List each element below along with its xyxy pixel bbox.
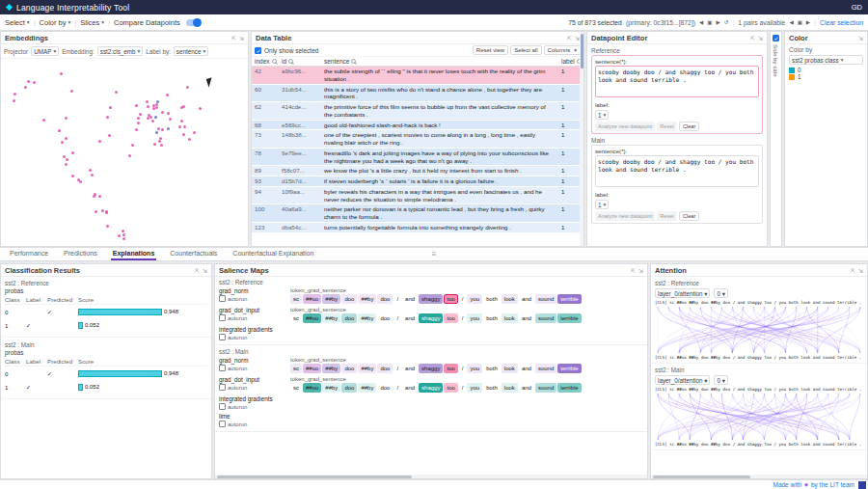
token-chip[interactable]: /: [459, 294, 467, 304]
embedding-point[interactable]: [178, 125, 181, 128]
embedding-point[interactable]: [106, 116, 109, 119]
select-menu[interactable]: Select▾: [5, 18, 30, 27]
vertical-scrollbar[interactable]: [580, 32, 583, 246]
select-all-button[interactable]: Select all: [510, 45, 541, 55]
popout-icon[interactable]: ⇲: [638, 267, 643, 274]
autorun-checkbox[interactable]: [219, 314, 226, 321]
scrollbar-thumb[interactable]: [217, 475, 412, 478]
token-chip[interactable]: ##oo: [303, 383, 321, 393]
popout-icon[interactable]: ⇲: [239, 35, 244, 41]
token-chip[interactable]: doo: [341, 383, 357, 393]
embedding-point[interactable]: [169, 118, 172, 121]
token-chip[interactable]: doo: [341, 313, 357, 323]
embedding-point[interactable]: [167, 112, 170, 115]
embedding-point[interactable]: [79, 180, 82, 183]
embedding-point[interactable]: [180, 106, 183, 109]
embedding-point[interactable]: [27, 80, 30, 83]
embedding-point[interactable]: [58, 129, 61, 132]
token-chip[interactable]: ##by: [322, 383, 340, 393]
table-row[interactable]: 89f58c07...we know the plot 's a little …: [252, 166, 583, 177]
layer-select[interactable]: layer_0/attention ▾: [655, 288, 710, 298]
table-row[interactable]: 93d15b7d...if steven soderbergh 's ` sol…: [252, 177, 583, 187]
token-chip[interactable]: both: [483, 364, 501, 373]
token-chip[interactable]: shaggy: [419, 364, 443, 373]
embedding-point[interactable]: [153, 143, 156, 146]
autorun-checkbox[interactable]: [219, 421, 226, 427]
token-chip[interactable]: too: [444, 383, 457, 393]
embedding-point[interactable]: [61, 141, 64, 144]
token-chip[interactable]: /: [459, 383, 467, 393]
embedding-point[interactable]: [155, 106, 158, 109]
token-chip[interactable]: shaggy: [419, 294, 443, 304]
embedding-point[interactable]: [135, 128, 138, 131]
embedding-point[interactable]: [93, 195, 95, 198]
pin-datapoint-icon[interactable]: ▣: [707, 19, 712, 25]
table-row[interactable]: 73148b38...one of the creepiest , scarie…: [252, 130, 583, 149]
embedding-point[interactable]: [157, 127, 160, 130]
column-header-index[interactable]: index: [252, 58, 279, 65]
embedding-point[interactable]: [152, 104, 155, 107]
autorun-checkbox[interactable]: [219, 295, 226, 302]
embedding-point[interactable]: [147, 105, 149, 108]
embedding-point[interactable]: [159, 137, 162, 140]
embedding-point[interactable]: [122, 237, 125, 240]
table-row[interactable]: 6031db54...this is a story of two misfit…: [252, 85, 583, 103]
token-chip[interactable]: sc: [290, 383, 302, 393]
prev-pair-icon[interactable]: ◀: [789, 19, 793, 25]
only-show-selected-checkbox[interactable]: [255, 47, 261, 54]
table-row[interactable]: 9410f9aa...byler reveals his characters …: [252, 187, 583, 205]
token-chip[interactable]: ##by: [322, 313, 340, 323]
token-chip[interactable]: doo: [341, 364, 357, 373]
search-icon[interactable]: [288, 59, 293, 64]
clear-button-reference[interactable]: Clear: [679, 122, 699, 131]
token-chip[interactable]: you: [467, 364, 482, 373]
token-chip[interactable]: doo: [341, 294, 357, 304]
embedding-point[interactable]: [193, 131, 196, 134]
popout-icon[interactable]: ⇲: [758, 35, 763, 41]
embedding-point[interactable]: [105, 211, 108, 214]
embedding-point[interactable]: [154, 116, 157, 119]
projector-select[interactable]: UMAP▾: [31, 46, 59, 56]
token-chip[interactable]: you: [467, 294, 482, 304]
label-select-main[interactable]: 1▾: [595, 200, 609, 209]
autorun-checkbox[interactable]: [219, 365, 226, 371]
clear-selection-button[interactable]: Clear selection: [820, 19, 863, 26]
next-datapoint-icon[interactable]: ▶: [716, 19, 719, 25]
expand-icon[interactable]: ⇱: [851, 267, 855, 274]
embedding-point[interactable]: [167, 127, 170, 130]
embedding-point[interactable]: [118, 234, 121, 237]
table-row[interactable]: 42a9bc96...the subtle strength of `` ell…: [252, 67, 583, 85]
embedding-point[interactable]: [137, 122, 140, 124]
table-row[interactable]: 789e79ee...fresnadillo 's dark and jolti…: [252, 149, 583, 167]
embedding-point[interactable]: [71, 175, 74, 177]
token-chip[interactable]: terrible: [557, 364, 581, 373]
embedding-point[interactable]: [155, 131, 158, 134]
expand-icon[interactable]: ⇱: [631, 267, 636, 274]
label-by-select[interactable]: sentence▾: [174, 46, 208, 56]
embedding-point[interactable]: [182, 133, 185, 136]
embedding-point[interactable]: [139, 113, 142, 116]
embedding-point[interactable]: [183, 125, 186, 128]
table-row[interactable]: 68e569cc...good old-fashioned slash-and-…: [252, 121, 583, 131]
token-chip[interactable]: sound: [535, 364, 556, 373]
pin-pair-icon[interactable]: ▣: [798, 19, 802, 25]
embedding-point[interactable]: [66, 158, 68, 161]
sentence-input-reference[interactable]: scooby dooby doo / and shaggy too / you …: [595, 66, 759, 97]
embedding-point[interactable]: [108, 134, 111, 137]
token-chip[interactable]: you: [467, 383, 482, 393]
embedding-point[interactable]: [122, 230, 124, 232]
reset-view-button[interactable]: Reset view: [473, 45, 508, 55]
token-chip[interactable]: doo: [377, 294, 393, 304]
embedding-scatter[interactable]: [1, 59, 248, 246]
token-chip[interactable]: sound: [535, 313, 556, 323]
embedding-point[interactable]: [146, 100, 149, 103]
token-chip[interactable]: and: [402, 383, 418, 393]
autorun-checkbox[interactable]: [219, 334, 226, 340]
sentence-input-main[interactable]: scooby dooby doo / and shaggy too / you …: [595, 155, 759, 187]
table-row[interactable]: 10040a6a9...neither parker nor donovan i…: [252, 204, 583, 223]
embedding-point[interactable]: [65, 117, 68, 120]
embedding-point[interactable]: [42, 119, 45, 122]
token-chip[interactable]: too: [444, 294, 457, 304]
token-chip[interactable]: look: [502, 313, 518, 323]
compare-datapoints-toggle[interactable]: [186, 19, 201, 26]
